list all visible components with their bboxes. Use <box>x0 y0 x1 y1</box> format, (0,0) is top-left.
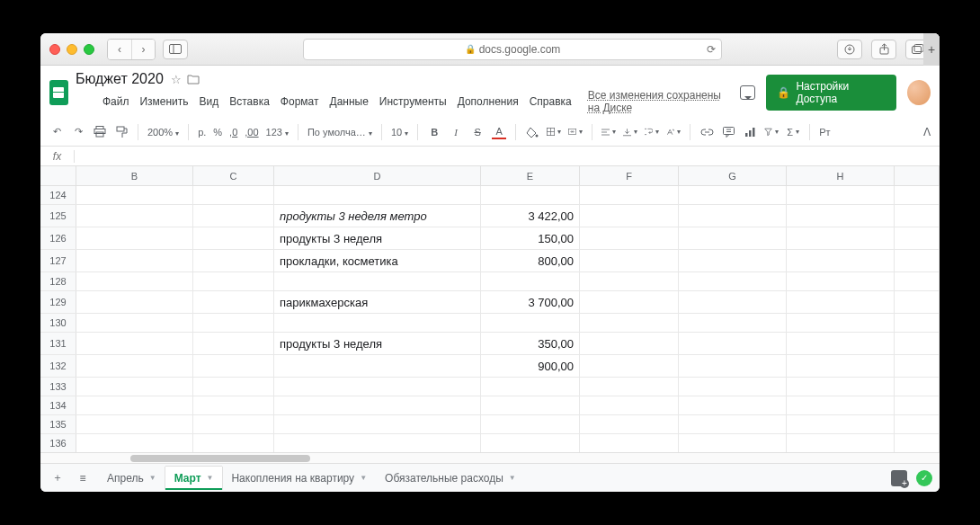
cell[interactable] <box>76 333 193 354</box>
cell[interactable] <box>76 396 193 414</box>
text-color-button[interactable]: A <box>492 125 506 139</box>
cell[interactable] <box>679 415 787 433</box>
move-folder-icon[interactable] <box>187 74 200 85</box>
italic-button[interactable]: I <box>449 125 463 139</box>
cell[interactable] <box>76 314 193 332</box>
cell[interactable] <box>679 314 787 332</box>
menu-Данные[interactable]: Данные <box>330 95 369 108</box>
col-header[interactable]: C <box>193 166 274 185</box>
cell[interactable] <box>895 272 940 290</box>
cell[interactable] <box>679 272 787 290</box>
cell[interactable] <box>193 333 274 354</box>
sheet-tab-menu-icon[interactable]: ▼ <box>360 474 367 482</box>
cell[interactable] <box>679 378 787 396</box>
cell[interactable]: продукты 3 неделя <box>274 227 481 249</box>
cell[interactable] <box>76 227 193 249</box>
cell[interactable] <box>481 378 580 396</box>
cell[interactable] <box>274 396 481 414</box>
col-header[interactable]: D <box>274 166 481 185</box>
sheets-logo-icon[interactable] <box>49 80 68 105</box>
more-formats-button[interactable]: 123 <box>266 127 289 138</box>
back-button[interactable]: ‹ <box>108 40 131 59</box>
h-scrollbar[interactable] <box>40 452 940 463</box>
cell[interactable] <box>787 378 895 396</box>
col-header[interactable]: B <box>76 166 193 185</box>
decrease-decimal-button[interactable]: ,0 <box>229 127 237 138</box>
cell[interactable] <box>76 378 193 396</box>
functions-button[interactable]: Σ <box>786 125 800 139</box>
h-align-button[interactable] <box>601 125 616 139</box>
cell[interactable] <box>787 434 895 452</box>
paint-format-button[interactable] <box>114 125 129 139</box>
cell[interactable] <box>193 205 274 227</box>
close-window-button[interactable] <box>49 44 60 55</box>
wrap-text-button[interactable] <box>645 125 659 139</box>
sidebar-toggle-button[interactable] <box>163 40 188 59</box>
percent-format-button[interactable]: % <box>213 127 222 138</box>
cell[interactable] <box>895 291 940 313</box>
cell[interactable] <box>580 272 679 290</box>
cell[interactable] <box>481 314 580 332</box>
cell[interactable]: парикмахерская <box>274 291 481 313</box>
cell[interactable] <box>580 333 679 354</box>
cell[interactable] <box>193 250 274 271</box>
downloads-button[interactable] <box>837 40 862 59</box>
font-family-dropdown[interactable]: По умолча… <box>307 127 372 138</box>
row-header[interactable]: 136 <box>40 434 76 452</box>
cell[interactable] <box>193 396 274 414</box>
cell[interactable]: прокладки, косметика <box>274 250 481 271</box>
saved-status[interactable]: Все изменения сохранены на Диске <box>588 89 734 114</box>
menu-Справка[interactable]: Справка <box>530 95 572 108</box>
redo-button[interactable]: ↷ <box>71 125 85 139</box>
share-button[interactable] <box>871 40 896 59</box>
font-size-dropdown[interactable]: 10 <box>391 127 408 138</box>
cell[interactable] <box>787 396 895 414</box>
col-header[interactable]: E <box>481 166 580 185</box>
sheet-tab-menu-icon[interactable]: ▼ <box>509 474 516 482</box>
cell[interactable] <box>274 434 481 452</box>
cell[interactable] <box>580 314 679 332</box>
cell[interactable] <box>481 186 580 204</box>
print-button[interactable] <box>93 125 107 139</box>
cell[interactable] <box>679 333 787 354</box>
menu-Вид[interactable]: Вид <box>200 95 219 108</box>
cell[interactable]: продукты 3 неделя метро <box>274 205 481 227</box>
cell[interactable]: 350,00 <box>481 333 580 354</box>
sheet-tab[interactable]: Апрель▼ <box>98 467 165 490</box>
cell[interactable] <box>481 415 580 433</box>
sheet-tab[interactable]: Март▼ <box>165 467 223 490</box>
cell[interactable] <box>895 415 940 433</box>
cell[interactable] <box>274 355 481 377</box>
cell[interactable] <box>76 434 193 452</box>
cell[interactable]: 150,00 <box>481 227 580 249</box>
cell[interactable] <box>679 355 787 377</box>
cell[interactable] <box>193 272 274 290</box>
cell[interactable] <box>787 272 895 290</box>
fullscreen-window-button[interactable] <box>84 44 94 55</box>
cell[interactable] <box>76 355 193 377</box>
menu-Формат[interactable]: Формат <box>281 95 319 108</box>
cell[interactable] <box>787 355 895 377</box>
cell[interactable] <box>895 205 940 227</box>
increase-decimal-button[interactable]: ,00 <box>245 127 258 138</box>
cell[interactable] <box>76 205 193 227</box>
cell[interactable] <box>274 378 481 396</box>
security-shield-icon[interactable]: ✓ <box>916 470 932 486</box>
account-avatar[interactable] <box>907 80 931 105</box>
cell[interactable] <box>787 250 895 271</box>
insert-link-button[interactable] <box>699 125 714 139</box>
borders-button[interactable] <box>547 125 561 139</box>
cell[interactable] <box>679 291 787 313</box>
cell[interactable] <box>76 250 193 271</box>
row-header[interactable]: 127 <box>40 250 76 271</box>
cell[interactable] <box>481 396 580 414</box>
cell[interactable] <box>580 291 679 313</box>
filter-button[interactable] <box>764 125 779 139</box>
cell[interactable]: 3 700,00 <box>481 291 580 313</box>
cell[interactable] <box>580 205 679 227</box>
cell[interactable] <box>193 434 274 452</box>
cell[interactable] <box>787 205 895 227</box>
cell[interactable] <box>679 396 787 414</box>
cell[interactable] <box>895 396 940 414</box>
cell[interactable] <box>274 272 481 290</box>
